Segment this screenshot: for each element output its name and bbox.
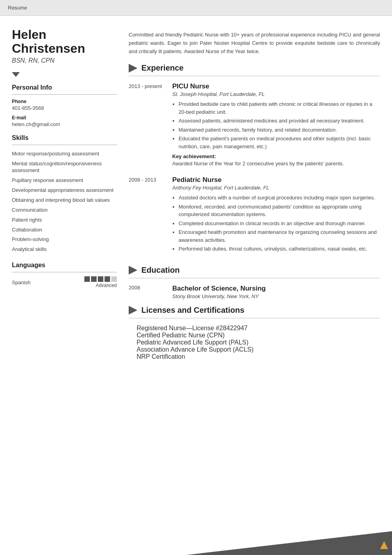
key-achievement-label: Key achievement: bbox=[172, 153, 380, 159]
licenses-arrow-icon bbox=[129, 306, 137, 314]
bottom-triangle bbox=[186, 531, 392, 555]
edu-content: Bachelor of Science, NursingStony Brook … bbox=[172, 285, 266, 299]
languages-block: SpanishAdvanced bbox=[12, 276, 117, 288]
header-bar: Resume bbox=[0, 0, 392, 16]
skill-item: Pupillary response assessment bbox=[12, 176, 117, 186]
licenses-section-header: Licenses and Certifications bbox=[129, 306, 380, 315]
experience-section-header: Experience bbox=[129, 63, 380, 73]
certification-item: Certified Pediatric Nurse (CPN) bbox=[137, 332, 380, 339]
personal-info-divider bbox=[12, 94, 117, 95]
skill-item: Developmental appropriateness assessment bbox=[12, 186, 117, 195]
skill-item: Patient rights bbox=[12, 215, 117, 225]
exp-job-title: PICU Nurse bbox=[172, 82, 380, 90]
languages-title: Languages bbox=[12, 262, 117, 269]
key-achievement-text: Awarded Nurse of the Year for 2 consecut… bbox=[172, 161, 380, 166]
name-triangle-icon bbox=[12, 72, 20, 77]
phone-value: 401-855-3568 bbox=[12, 105, 117, 111]
education-divider bbox=[129, 278, 380, 278]
language-bars bbox=[84, 276, 117, 282]
exp-company: Anthony Fey Hospital, Fort Lauderdale, F… bbox=[172, 185, 380, 191]
name-title-block: Helen Christensen BSN, RN, CPN bbox=[12, 28, 117, 64]
education-arrow-icon bbox=[129, 266, 137, 274]
language-level: Advanced bbox=[96, 283, 117, 288]
licenses-divider bbox=[129, 318, 380, 318]
exp-dates: 2013 - present bbox=[129, 82, 164, 166]
exp-bullet-item: Encouraged health promotion and maintena… bbox=[179, 228, 380, 244]
certification-item: Registered Nurse—License #28422947 bbox=[137, 325, 380, 332]
education-item: 2008Bachelor of Science, NursingStony Br… bbox=[129, 285, 380, 299]
experience-list: 2013 - presentPICU NurseSt. Joseph Hospi… bbox=[129, 82, 380, 256]
exp-job-title: Pediatric Nurse bbox=[172, 176, 380, 184]
exp-bullets: Assisted doctors with a number of surgic… bbox=[172, 194, 380, 253]
skills-divider bbox=[12, 145, 117, 145]
exp-content: PICU NurseSt. Joseph Hospital, Fort Laud… bbox=[172, 82, 380, 166]
certification-item: Pediatric Advanced Life Support (PALS) bbox=[137, 339, 380, 346]
skill-item: Communication bbox=[12, 205, 117, 215]
exp-bullet-item: Monitored, recorded, and communicated pa… bbox=[179, 203, 380, 218]
language-bar bbox=[111, 276, 117, 282]
skill-item: Obtaining and interpreting blood lab val… bbox=[12, 195, 117, 205]
language-bar bbox=[98, 276, 103, 282]
exp-company: St. Joseph Hospital, Fort Lauderdale, FL bbox=[172, 91, 380, 97]
personal-info-title: Personal Info bbox=[12, 84, 117, 91]
languages-divider bbox=[12, 272, 117, 272]
language-proficiency: Advanced bbox=[84, 276, 117, 288]
skill-item: Problem-solving bbox=[12, 235, 117, 245]
certifications-list: Registered Nurse—License #28422947Certif… bbox=[129, 325, 380, 360]
skills-title: Skills bbox=[12, 134, 117, 142]
phone-label: Phone bbox=[12, 99, 117, 104]
edu-degree: Bachelor of Science, Nursing bbox=[172, 285, 266, 293]
certification-item: NRP Certification bbox=[137, 353, 380, 360]
skill-item: Motor response/posturing assessment bbox=[12, 149, 117, 159]
exp-bullet-item: Completed documentation in clinical reco… bbox=[179, 220, 380, 228]
email-value: helen.ch@gmail.com bbox=[12, 121, 117, 127]
edu-year: 2008 bbox=[129, 285, 164, 299]
experience-arrow-icon bbox=[129, 64, 137, 73]
language-bar bbox=[105, 276, 110, 282]
skills-list: Motor response/posturing assessmentMenta… bbox=[12, 149, 117, 255]
experience-divider bbox=[129, 76, 380, 76]
certification-item: Association Advance Life Support (ACLS) bbox=[137, 346, 380, 353]
language-name: Spanish bbox=[12, 279, 30, 285]
exp-dates: 2008 - 2013 bbox=[129, 176, 164, 256]
exp-bullet-item: Provided bedside care to child patients … bbox=[179, 100, 380, 116]
bottom-bar bbox=[0, 531, 392, 555]
licenses-title: Licenses and Certifications bbox=[141, 306, 244, 315]
header-label: Resume bbox=[8, 5, 27, 11]
main-content: Committed and friendly Pediatric Nurse w… bbox=[129, 28, 380, 360]
exp-bullet-item: Assessed patients, administered medicine… bbox=[179, 117, 380, 125]
skill-item: Mental status/cognition/responsiveness a… bbox=[12, 159, 117, 176]
summary-text: Committed and friendly Pediatric Nurse w… bbox=[129, 31, 380, 56]
experience-item: 2008 - 2013Pediatric NurseAnthony Fey Ho… bbox=[129, 176, 380, 256]
experience-item: 2013 - presentPICU NurseSt. Joseph Hospi… bbox=[129, 82, 380, 166]
exp-bullet-item: Maintained patient records, family histo… bbox=[179, 126, 380, 134]
exp-bullet-item: Performed lab duties, throat cultures, u… bbox=[179, 245, 380, 253]
education-section-header: Education bbox=[129, 266, 380, 275]
skill-item: Collaboration bbox=[12, 225, 117, 235]
sidebar: Helen Christensen BSN, RN, CPN Personal … bbox=[12, 28, 117, 360]
language-bar bbox=[84, 276, 90, 282]
candidate-name: Helen Christensen bbox=[12, 28, 117, 56]
education-list: 2008Bachelor of Science, NursingStony Br… bbox=[129, 285, 380, 299]
credentials: BSN, RN, CPN bbox=[12, 57, 117, 64]
skill-item: Analytical skills bbox=[12, 245, 117, 255]
exp-content: Pediatric NurseAnthony Fey Hospital, For… bbox=[172, 176, 380, 256]
exp-bullet-item: Assisted doctors with a number of surgic… bbox=[179, 194, 380, 202]
experience-title: Experience bbox=[141, 63, 184, 73]
exp-bullets: Provided bedside care to child patients … bbox=[172, 100, 380, 150]
education-title: Education bbox=[141, 266, 180, 275]
language-bar bbox=[91, 276, 97, 282]
edu-school: Stony Brook University, New York, NY bbox=[172, 293, 266, 299]
email-label: E-mail bbox=[12, 115, 117, 121]
language-item: SpanishAdvanced bbox=[12, 276, 117, 288]
exp-bullet-item: Educated the patient's parents on medica… bbox=[179, 135, 380, 150]
